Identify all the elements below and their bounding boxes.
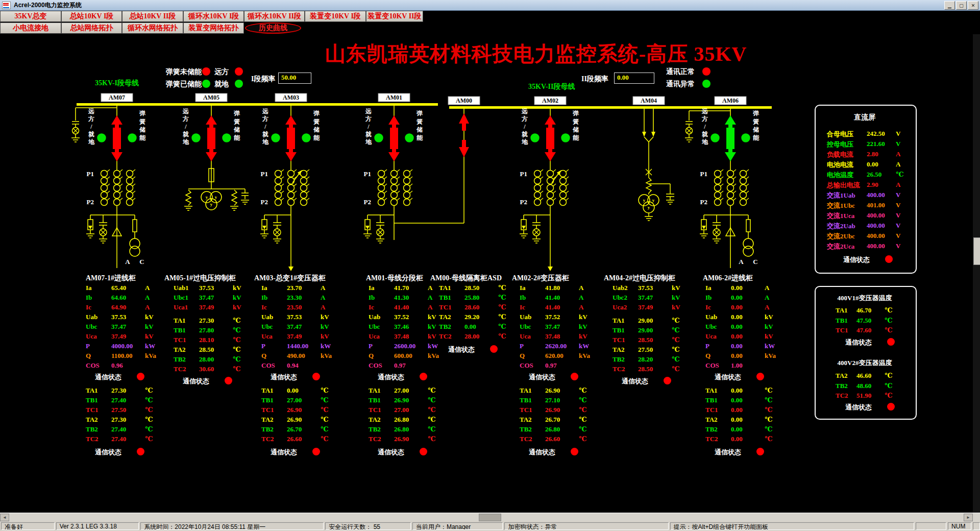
measurement-row: Ia23.70A: [261, 284, 351, 293]
measurement-row: COS0.96: [86, 361, 175, 370]
svg-text:P2: P2: [520, 198, 527, 206]
bus1-label: 35KV-I段母线: [95, 79, 139, 88]
measurement-row: Ubc37.47kV: [86, 323, 175, 331]
svg-text:P2: P2: [700, 198, 707, 206]
comm-status-dot: [312, 373, 320, 380]
svg-text:方: 方: [365, 115, 372, 123]
svg-text:能: 能: [416, 134, 423, 141]
statusbar-section-5: 加密狗状态：异常: [504, 522, 668, 530]
measurement-row: P0.00kW: [705, 342, 795, 351]
freq1-label: I段频率: [251, 75, 275, 84]
comm-status-dot: [312, 448, 320, 455]
feeder-AM01: AM01远方/就地弹簧储能P1P2: [363, 93, 423, 243]
measurement-row: TA227.30℃: [86, 416, 175, 424]
measurement-row: TB20.00℃: [439, 323, 528, 331]
svg-text:P1: P1: [700, 170, 707, 178]
breaker-AM02[interactable]: [545, 115, 556, 161]
measurement-row: P1440.00kW: [261, 342, 351, 351]
vertical-scrollbar-thumb[interactable]: [973, 237, 980, 265]
comm-status-row: 通信状态: [88, 448, 154, 456]
panel-title-AM07: AM07-1#进线柜: [86, 274, 136, 283]
svg-text:簧: 簧: [416, 118, 423, 125]
svg-text:就: 就: [88, 131, 94, 138]
dc-measurement-row: 交流1Ubc401.00V: [816, 201, 914, 210]
svg-text:方: 方: [521, 115, 528, 123]
breaker-AM05[interactable]: [206, 115, 217, 161]
svg-text:P1: P1: [87, 170, 94, 178]
svg-text:弹: 弹: [573, 110, 579, 117]
measurement-row: Ib41.40A: [520, 294, 609, 302]
svg-text:地: 地: [701, 138, 708, 146]
measurement-row: TA229.20℃: [439, 313, 528, 322]
measurement-row: TC10.00℃: [705, 406, 795, 415]
svg-text:地: 地: [262, 138, 269, 146]
measurement-row: Uca37.49kV: [86, 332, 175, 341]
svg-text:储: 储: [139, 126, 145, 133]
v400-measurement-row: TC251.90℃: [816, 392, 914, 400]
measurement-row: TC227.40℃: [86, 435, 175, 444]
measurement-row: TA126.90℃: [520, 387, 609, 395]
statusbar-section-2: 系统时间：2022年10月24日 08:55:11 星期一: [140, 522, 324, 530]
measurement-row: TC127.00℃: [369, 406, 458, 415]
measurement-row: Uab37.53kV: [86, 313, 175, 322]
measurement-row: Ic0.00A: [705, 303, 795, 312]
svg-text:/: /: [184, 123, 187, 130]
bus2-label: 35KV-II段母线: [528, 82, 575, 91]
measurement-row: Uca37.48kV: [520, 332, 609, 341]
comm-status-row: 通信状态: [838, 338, 904, 347]
svg-text:P2: P2: [87, 198, 94, 206]
measurement-row: TA226.80℃: [369, 416, 458, 424]
svg-text:y: y: [210, 202, 213, 207]
feeder-AM04: AM04yyy: [633, 96, 674, 221]
measurement-row: TA127.30℃: [86, 387, 175, 395]
measurement-row: TC228.50℃: [612, 365, 702, 374]
svg-text:就: 就: [182, 131, 189, 138]
breaker-AM07[interactable]: [111, 115, 122, 161]
svg-text:弹: 弹: [139, 110, 146, 117]
measurement-row: TB228.00℃: [174, 355, 263, 364]
feeder-AM07: AM07远方/就地弹簧储能P1P2AC: [71, 93, 146, 268]
measurement-row: P4000.00kW: [86, 342, 175, 351]
scroll-left-icon[interactable]: ◄: [0, 514, 9, 521]
panel-title-AM01: AM01-母线分段柜: [366, 274, 423, 283]
app-window: { "window": {"title": "Acrel-2000电力监控系统"…: [0, 0, 980, 531]
measurement-row: Ubc37.47kV: [261, 323, 351, 331]
svg-text:能: 能: [753, 134, 760, 141]
svg-text:/: /: [367, 123, 370, 130]
measurement-row: COS0.94: [261, 361, 351, 370]
measurement-row: Ubc37.47kV: [520, 323, 609, 331]
measurement-row: TB226.70℃: [261, 425, 351, 434]
comm-status-dot: [225, 377, 232, 384]
measurement-row: TA228.50℃: [174, 346, 263, 354]
comm-status-row: 通信状态: [615, 377, 681, 385]
comm-status-dot: [571, 373, 578, 380]
measurement-row: TB127.10℃: [520, 396, 609, 405]
svg-text:/: /: [264, 123, 266, 130]
svg-text:能: 能: [573, 134, 579, 141]
measurement-row: TB127.40℃: [86, 396, 175, 405]
breaker-AM06[interactable]: [725, 115, 736, 161]
breaker-AM01[interactable]: [388, 115, 400, 161]
svg-text:地: 地: [88, 138, 95, 146]
statusbar-section-7: NUM: [948, 522, 971, 530]
svg-text:P1: P1: [520, 170, 527, 178]
svg-text:远: 远: [88, 108, 94, 115]
measurement-row: TA226.70℃: [520, 416, 609, 424]
statusbar-section-1: Ver 2.3.1 LEG 3.3.18: [56, 522, 139, 530]
breaker-AM03[interactable]: [285, 115, 297, 161]
legend-spring-uncharged: 弹簧未储能: [166, 67, 202, 77]
legend-comm-ok: 通讯正常: [666, 67, 695, 77]
comm-status-row: 通信状态: [836, 255, 902, 264]
measurement-row: TB10.00℃: [705, 396, 795, 405]
statusbar-section-0: 准备好: [1, 522, 55, 530]
scroll-right-icon[interactable]: ►: [964, 514, 973, 521]
horizontal-scrollbar-thumb[interactable]: [479, 514, 501, 521]
svg-text:簧: 簧: [233, 118, 240, 125]
svg-text:y: y: [652, 198, 655, 203]
legend-remote: 远方: [214, 67, 229, 77]
v400-measurement-row: TB248.60℃: [816, 382, 914, 391]
measurement-row: Uca0.00kV: [705, 332, 795, 341]
dc-measurement-row: 总输出电流2.90A: [816, 181, 914, 189]
measurement-row: TB228.20℃: [612, 355, 702, 364]
vertical-scrollbar[interactable]: [973, 34, 980, 513]
